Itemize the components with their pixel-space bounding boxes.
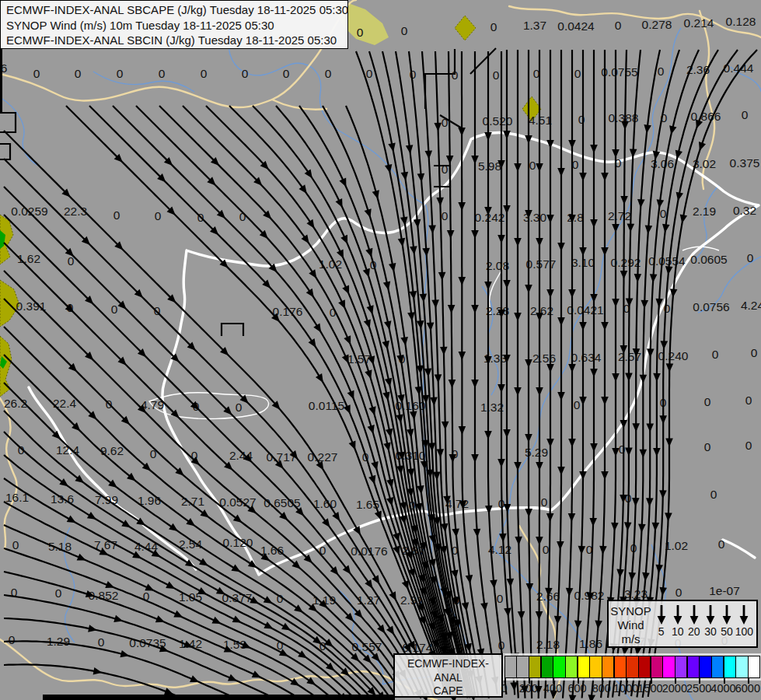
- weather-map: 0001.370.042400.2780.2140.12860000000000…: [0, 0, 761, 700]
- cape-legend-source: ECMWF-INDEX-ANAL: [395, 657, 501, 684]
- map-value-label: 1.32: [480, 401, 504, 414]
- map-value-label: 0.242: [475, 211, 505, 224]
- cape-color-cell: [504, 656, 518, 678]
- cape-color-cell: [565, 656, 578, 678]
- map-value-label: 0: [401, 24, 408, 37]
- map-value-label: 0: [718, 537, 725, 551]
- cape-tick-label: 600: [567, 682, 586, 695]
- map-value-label: 1.57: [347, 352, 371, 366]
- map-value-label: 0: [712, 348, 719, 361]
- cape-tick-label: 200: [519, 682, 538, 695]
- map-value-label: 0: [710, 488, 717, 501]
- wind-speed-item: 100: [735, 604, 753, 646]
- map-value-label: 9.62: [100, 444, 124, 457]
- cape-tick-label: 2500: [686, 682, 711, 695]
- map-value-label: 2.08: [486, 259, 509, 272]
- map-value-label: 0: [12, 538, 19, 551]
- cape-colorbar: [503, 653, 761, 681]
- map-value-label: 2.8: [567, 211, 584, 224]
- map-value-label: 0: [658, 65, 665, 78]
- wind-legend-unit: m/s: [609, 632, 653, 646]
- down-arrow-icon: [704, 604, 717, 625]
- map-value-label: 0: [9, 633, 16, 646]
- map-value-label: 0: [159, 67, 166, 80]
- map-value-label: 5.98: [478, 159, 501, 173]
- down-arrow-icon: [655, 604, 668, 625]
- map-value-label: 1.86: [579, 637, 602, 650]
- map-value-label: 0.866: [691, 110, 721, 123]
- map-value-label: 0.240: [658, 349, 689, 362]
- wind-speed-item: 30: [702, 604, 718, 646]
- cape-tick-label: 400: [543, 682, 562, 695]
- wind-speed-item: 5: [653, 604, 669, 646]
- cape-tick-label: 0: [501, 682, 507, 695]
- map-value-label: 0: [442, 163, 449, 176]
- cape-legend-parameter: CAPE: [395, 684, 501, 698]
- down-arrow-icon: [738, 604, 750, 625]
- map-value-label: 0: [574, 398, 581, 411]
- map-value-label: 0: [675, 586, 682, 599]
- cape-tick-label: 800: [592, 682, 611, 695]
- cape-color-cell: [748, 656, 761, 678]
- map-value-label: 0: [33, 67, 40, 80]
- map-value-label: 0: [55, 586, 62, 600]
- title-line-sbcin: ECMWF-INDEX-ANAL SBCIN (J/kg) Tuesday 18…: [6, 33, 342, 48]
- map-value-label: 0: [541, 495, 548, 509]
- map-value-label: 0: [543, 543, 550, 556]
- map-value-label: 0: [497, 592, 504, 605]
- wind-speed-item: 50: [719, 604, 735, 646]
- cape-color-cell: [541, 656, 554, 678]
- map-value-label: 0: [493, 68, 500, 82]
- map-value-label: 1.02: [665, 539, 688, 552]
- wind-speed-label: 100: [735, 625, 753, 638]
- map-value-label: 0: [242, 67, 249, 80]
- map-value-label: 0: [745, 439, 752, 452]
- map-value-label: 0.520: [483, 114, 513, 128]
- map-value-label: 0.214: [684, 16, 714, 30]
- map-value-label: 0.375: [730, 156, 760, 170]
- map-value-label: 0: [98, 635, 105, 649]
- map-value-label: 0: [366, 67, 373, 80]
- map-value-label: 0: [704, 395, 711, 408]
- cape-color-cell: [516, 656, 529, 678]
- wind-speed-label: 30: [704, 625, 717, 638]
- down-arrow-icon: [672, 604, 684, 625]
- map-value-label: 1e-07: [709, 584, 740, 597]
- map-value-label: 0.634: [571, 351, 602, 364]
- map-value-label: 0: [490, 20, 497, 33]
- map-value-label: 0.128: [726, 15, 756, 28]
- map-value-label: 0: [442, 116, 449, 129]
- map-value-label: 0: [529, 159, 536, 172]
- cape-color-cell: [687, 656, 700, 678]
- wind-legend-title: SYNOP Wind m/s: [609, 601, 653, 646]
- wind-speed-label: 20: [688, 625, 700, 638]
- map-value-label: 0: [155, 209, 162, 222]
- cape-color-cell: [735, 656, 749, 678]
- map-value-label: 2.28: [486, 304, 509, 317]
- wind-legend-name: SYNOP: [609, 604, 653, 618]
- map-value-label: 0.0424: [557, 19, 595, 33]
- title-box: ECMWF-INDEX-ANAL SBCAPE (J/kg) Tuesday 1…: [0, 0, 348, 49]
- cape-color-cell: [529, 656, 542, 678]
- map-value-label: 0.0755: [601, 65, 637, 79]
- map-value-label: 0.577: [526, 257, 557, 271]
- map-value-label: 0.391: [16, 299, 47, 313]
- map-value-label: 0.278: [642, 18, 672, 31]
- map-value-label: 0: [357, 26, 364, 39]
- cape-color-cell: [662, 656, 675, 678]
- map-value-label: 0: [742, 108, 749, 121]
- cape-tick-label: 6000: [735, 682, 760, 695]
- weather-map-viewer: 0001.370.042400.2780.2140.12860000000000…: [0, 0, 761, 700]
- map-value-label: 0: [615, 19, 622, 32]
- map-value-label: 0: [442, 209, 449, 222]
- wind-speed-label: 50: [721, 625, 733, 638]
- cape-tick-label: 1500: [637, 682, 662, 695]
- map-value-label: 0.0605: [690, 253, 727, 266]
- map-value-label: 0: [111, 303, 118, 316]
- map-value-label: 0: [325, 67, 332, 80]
- map-value-label: 0: [201, 67, 208, 80]
- map-value-label: 0: [704, 440, 711, 453]
- cape-color-cell: [675, 656, 688, 678]
- map-value-label: 0: [578, 113, 585, 126]
- map-value-label: 0.32: [733, 204, 756, 217]
